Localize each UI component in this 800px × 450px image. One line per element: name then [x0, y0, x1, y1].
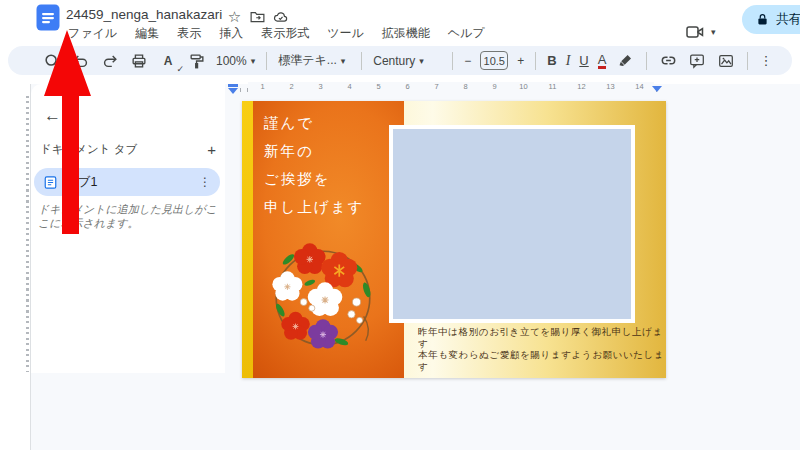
left-margin-marker-icon[interactable] — [228, 88, 238, 94]
toolbar-separator — [747, 52, 748, 70]
greeting-line: ご挨拶を — [264, 165, 364, 193]
zoom-caret-icon: ▾ — [251, 56, 256, 66]
ruler-numbers: 1234567891011121314 — [248, 82, 654, 92]
top-bar: 24459_nenga_hanakazari ☆ ファイル編集表示挿入表示形式ツ… — [0, 0, 800, 44]
ruler-number: 9 — [480, 82, 509, 92]
menu-item[interactable]: ヘルプ — [444, 24, 489, 43]
photo-placeholder[interactable] — [389, 125, 635, 323]
document-title[interactable]: 24459_nenga_hanakazari — [66, 7, 222, 22]
underline-button[interactable]: U — [579, 53, 588, 68]
ruler-number: 5 — [364, 82, 393, 92]
menu-item[interactable]: 表示形式 — [257, 24, 313, 43]
more-options-kebab-icon[interactable]: ⋮ — [759, 53, 772, 68]
greeting-line: 申し上げます — [264, 193, 364, 221]
ruler-number: 13 — [596, 82, 625, 92]
tab-item-tab1[interactable]: タブ1 ⋮ — [34, 168, 220, 196]
menu-item[interactable]: 挿入 — [215, 24, 247, 43]
highlight-color-icon[interactable] — [615, 51, 635, 71]
document-tabs-panel: ← ドキュメント タブ + タブ1 ⋮ ドキュメントに追加した見出しがこ こに表… — [31, 84, 225, 373]
menu-bar: ファイル編集表示挿入表示形式ツール拡張機能ヘルプ — [64, 24, 489, 43]
ruler-number: 3 — [306, 82, 335, 92]
google-docs-logo-icon[interactable] — [36, 4, 60, 31]
ruler-number: 11 — [538, 82, 567, 92]
toolbar-separator — [266, 52, 267, 70]
tab-options-kebab-icon[interactable]: ⋮ — [199, 175, 211, 189]
toolbar-separator — [452, 52, 453, 70]
font-size-field[interactable]: 10.5 — [480, 51, 508, 70]
close-panel-back-icon[interactable]: ← — [44, 106, 61, 126]
greeting-text: 謹んで新年のご挨拶を申し上げます — [264, 109, 364, 221]
menu-item[interactable]: 編集 — [131, 24, 163, 43]
tab-label: タブ1 — [65, 174, 192, 191]
menu-item[interactable]: 表示 — [173, 24, 205, 43]
zoom-control[interactable]: 100% ▾ — [216, 54, 255, 68]
vertical-ruler-ticks — [26, 96, 29, 372]
message-line: 昨年中は格別のお引き立てを賜り厚く御礼申し上げます — [418, 327, 666, 350]
font-family-value: Century — [373, 54, 415, 68]
text-color-button[interactable]: A — [598, 53, 607, 69]
insert-image-icon[interactable] — [716, 51, 736, 71]
card-yellow-band — [242, 101, 253, 378]
tab-document-icon — [43, 175, 58, 190]
search-icon[interactable] — [42, 51, 62, 71]
ruler-number: 14 — [625, 82, 654, 92]
style-caret-icon: ▾ — [341, 56, 346, 66]
document-tabs-header: ドキュメント タブ — [40, 142, 137, 157]
ruler-number: 10 — [509, 82, 538, 92]
first-line-indent-marker[interactable] — [228, 84, 238, 87]
font-caret-icon: ▾ — [419, 56, 424, 66]
lock-icon — [755, 12, 770, 27]
add-comment-icon[interactable] — [687, 51, 707, 71]
redo-icon[interactable] — [100, 51, 120, 71]
spellcheck-icon[interactable]: A✓ — [158, 51, 178, 71]
ruler-number: 1 — [248, 82, 277, 92]
undo-icon[interactable] — [71, 51, 91, 71]
toolbar-separator — [535, 52, 536, 70]
toolbar-separator — [646, 52, 647, 70]
share-button-label: 共有 — [776, 11, 800, 28]
tabs-helper-text: ドキュメントに追加した見出しがこ こに表示されます。 — [38, 202, 218, 230]
zoom-value: 100% — [216, 54, 247, 68]
font-size-increase-button[interactable]: + — [517, 54, 524, 68]
ruler-number: 2 — [277, 82, 306, 92]
toolbar-separator — [361, 52, 362, 70]
flower-wreath-illustration — [262, 237, 384, 359]
move-folder-icon[interactable] — [249, 8, 266, 25]
cloud-saved-icon[interactable] — [272, 8, 289, 25]
paint-format-icon[interactable] — [187, 51, 207, 71]
meet-dropdown-caret-icon[interactable]: ▾ — [711, 27, 716, 37]
card-message-text: 昨年中は格別のお引き立てを賜り厚く御礼申し上げます本年も変わらぬご愛顧を賜ります… — [418, 327, 666, 373]
print-icon[interactable] — [129, 51, 149, 71]
font-size-decrease-button[interactable]: − — [464, 54, 471, 68]
meet-camera-icon[interactable] — [684, 21, 706, 43]
greeting-line: 謹んで — [264, 109, 364, 137]
paragraph-style-value: 標準テキ... — [278, 52, 337, 69]
greeting-line: 新年の — [264, 137, 364, 165]
ruler-number: 6 — [393, 82, 422, 92]
right-margin-marker-icon[interactable] — [652, 86, 662, 92]
ruler-number: 4 — [335, 82, 364, 92]
font-family-control[interactable]: Century ▾ — [373, 54, 441, 68]
ruler-number: 7 — [422, 82, 451, 92]
message-line: 本年も変わらぬご愛顧を賜りますようお願いいたします — [418, 350, 666, 373]
bold-button[interactable]: B — [547, 53, 556, 68]
menu-item[interactable]: 拡張機能 — [378, 24, 434, 43]
paragraph-style-control[interactable]: 標準テキ... ▾ — [278, 52, 350, 69]
ruler-number: 8 — [451, 82, 480, 92]
share-button[interactable]: 共有 — [742, 5, 800, 34]
insert-link-icon[interactable] — [658, 51, 678, 71]
menu-item[interactable]: ファイル — [64, 24, 121, 43]
document-page[interactable]: 謹んで新年のご挨拶を申し上げます — [242, 101, 666, 378]
menu-item[interactable]: ツール — [323, 24, 368, 43]
add-tab-icon[interactable]: + — [207, 141, 216, 158]
toolbar: A✓ 100% ▾ 標準テキ... ▾ Century ▾ − 10.5 + B… — [8, 46, 792, 75]
ruler-number: 12 — [567, 82, 596, 92]
italic-button[interactable]: I — [566, 53, 571, 69]
star-icon[interactable]: ☆ — [226, 8, 243, 25]
